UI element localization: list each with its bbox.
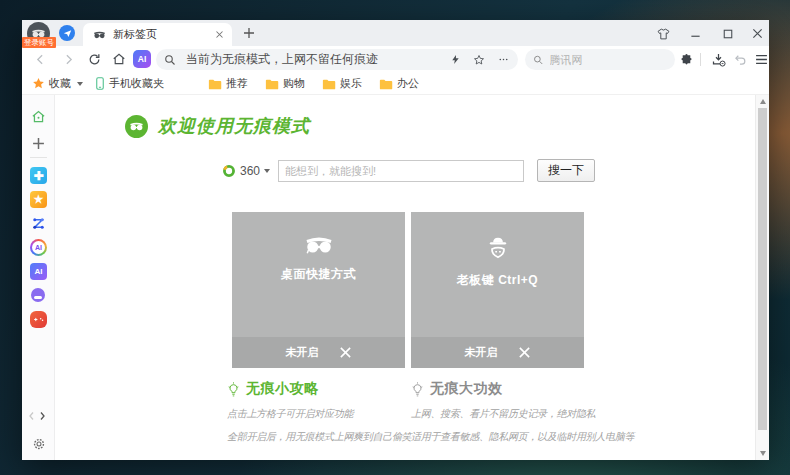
search-engine-label: 360 xyxy=(240,164,260,178)
bookmark-star-icon[interactable] xyxy=(473,54,485,66)
ai-assistant-button[interactable]: AI xyxy=(133,50,151,68)
hamburger-icon xyxy=(755,54,768,65)
boss-hat-icon xyxy=(485,236,511,260)
bookmark-folder-shopping[interactable]: 购物 xyxy=(265,76,305,91)
folder-icon xyxy=(322,78,336,90)
minimize-button[interactable] xyxy=(688,26,703,41)
sidebar-add-button[interactable] xyxy=(30,135,47,152)
card-dismiss-icon[interactable] xyxy=(518,346,531,359)
quick-search-box[interactable] xyxy=(525,49,675,70)
search-icon xyxy=(533,54,544,66)
ai-circle-label: AI xyxy=(32,241,45,254)
sidebar-app-star[interactable]: ★ xyxy=(30,191,47,208)
sidebar-app-robot[interactable] xyxy=(31,288,45,302)
search-submit-button[interactable]: 搜一下 xyxy=(537,159,595,182)
welcome-title: 欢迎使用无痕模式 xyxy=(158,114,310,138)
paper-plane-icon xyxy=(63,29,72,38)
incognito-mask-icon xyxy=(129,122,144,131)
search-icon xyxy=(164,54,176,66)
mobile-favorites-button[interactable]: 手机收藏夹 xyxy=(95,76,164,91)
card-boss-key[interactable]: 老板键 Ctrl+Q 未开启 xyxy=(411,212,584,368)
sidebar-app-molecule[interactable] xyxy=(30,215,47,232)
engine-caret-icon xyxy=(264,169,270,173)
card-status: 未开启 xyxy=(286,345,319,360)
close-window-button[interactable] xyxy=(750,26,765,41)
molecule-icon xyxy=(31,216,46,231)
folder-label: 办公 xyxy=(397,76,419,91)
theme-skin-button[interactable] xyxy=(656,26,671,41)
lightning-icon[interactable] xyxy=(450,54,461,65)
bookmark-folder-entertainment[interactable]: 娱乐 xyxy=(322,76,362,91)
folder-label: 推荐 xyxy=(226,76,248,91)
extensions-button[interactable] xyxy=(678,51,694,67)
tip-line: 全部开启后，用无痕模式上网爽到自己偷笑 xyxy=(227,425,407,448)
favorites-button[interactable]: 收藏 xyxy=(32,76,71,91)
quick-search-input[interactable] xyxy=(550,54,667,66)
undo-button[interactable] xyxy=(732,51,748,67)
sidebar-app-games[interactable] xyxy=(30,311,47,328)
tab-title: 新标签页 xyxy=(113,27,215,42)
scrollbar-thumb[interactable] xyxy=(758,108,767,430)
sidebar-settings-button[interactable] xyxy=(30,435,47,452)
cross-icon: ✚ xyxy=(33,169,43,183)
sidebar-home-button[interactable] xyxy=(30,108,47,125)
tip-line: 适用于查看敏感、隐私网页，以及临时用别人电脑等 xyxy=(411,425,631,448)
card-title: 桌面快捷方式 xyxy=(281,266,356,283)
downloads-button[interactable] xyxy=(710,51,726,67)
tips-title: 无痕小攻略 xyxy=(246,380,319,398)
tab-close-icon[interactable] xyxy=(215,30,224,39)
home-button[interactable] xyxy=(111,51,127,67)
chevron-right-icon xyxy=(41,412,44,419)
scroll-down-icon[interactable] xyxy=(760,451,766,456)
card-status: 未开启 xyxy=(465,345,498,360)
sidebar-divider xyxy=(30,157,47,158)
address-bar-text: 当前为无痕模式，上网不留任何痕迹 xyxy=(186,51,450,68)
sidebar-app-cross[interactable]: ✚ xyxy=(30,167,47,184)
new-tab-button[interactable] xyxy=(242,26,256,40)
favorites-caret-icon[interactable] xyxy=(77,82,83,86)
folder-icon xyxy=(379,78,393,90)
card-status-bar: 未开启 xyxy=(232,337,405,368)
folder-label: 娱乐 xyxy=(340,76,362,91)
page-scrollbar[interactable] xyxy=(755,95,769,460)
tab-new-tab-page[interactable]: 新标签页 xyxy=(83,23,232,46)
login-account-badge[interactable]: 登录账号 xyxy=(22,37,56,48)
sidebar-collapse-expand[interactable] xyxy=(28,407,48,424)
main-search-input[interactable] xyxy=(278,160,524,182)
address-bar[interactable]: 当前为无痕模式，上网不留任何痕迹 xyxy=(156,49,518,70)
bookmark-folder-office[interactable]: 办公 xyxy=(379,76,419,91)
puzzle-icon xyxy=(680,53,693,66)
forward-button[interactable] xyxy=(60,51,76,67)
back-button[interactable] xyxy=(32,51,48,67)
send-badge[interactable] xyxy=(59,25,75,41)
search-engine-selector[interactable]: 360 xyxy=(222,164,270,178)
tshirt-icon xyxy=(657,28,670,40)
card-dismiss-icon[interactable] xyxy=(339,346,352,359)
sidebar-app-ai-tools[interactable]: AI xyxy=(30,263,47,280)
search-section: 360 搜一下 xyxy=(222,159,595,182)
sidebar-app-ai-chat[interactable]: AI xyxy=(30,239,47,256)
gear-icon xyxy=(32,437,46,451)
folder-icon xyxy=(265,78,279,90)
feature-cards: 桌面快捷方式 未开启 xyxy=(232,212,584,368)
folder-label: 购物 xyxy=(283,76,305,91)
robot-visor-icon xyxy=(34,296,42,299)
favorites-label: 收藏 xyxy=(49,76,71,91)
favorites-star-icon xyxy=(32,77,45,90)
tips-title: 无痕大功效 xyxy=(430,380,503,398)
more-options-icon[interactable] xyxy=(497,54,510,65)
maximize-button[interactable] xyxy=(720,26,735,41)
incognito-mask-icon xyxy=(304,236,334,254)
home-icon xyxy=(31,109,46,124)
refresh-button[interactable] xyxy=(86,51,102,67)
browser-window: 登录账号 新标签页 xyxy=(22,20,769,460)
navigation-toolbar: AI 当前为无痕模式，上网不留任何痕迹 xyxy=(22,46,769,73)
scroll-up-icon[interactable] xyxy=(760,99,766,104)
card-desktop-shortcut[interactable]: 桌面快捷方式 未开启 xyxy=(232,212,405,368)
bookmark-folder-recommend[interactable]: 推荐 xyxy=(208,76,248,91)
menu-button[interactable] xyxy=(753,51,769,67)
star-icon: ★ xyxy=(34,193,44,206)
chevron-left-icon xyxy=(30,412,33,419)
incognito-mask-icon xyxy=(93,31,106,39)
welcome-header: 欢迎使用无痕模式 xyxy=(125,114,310,138)
